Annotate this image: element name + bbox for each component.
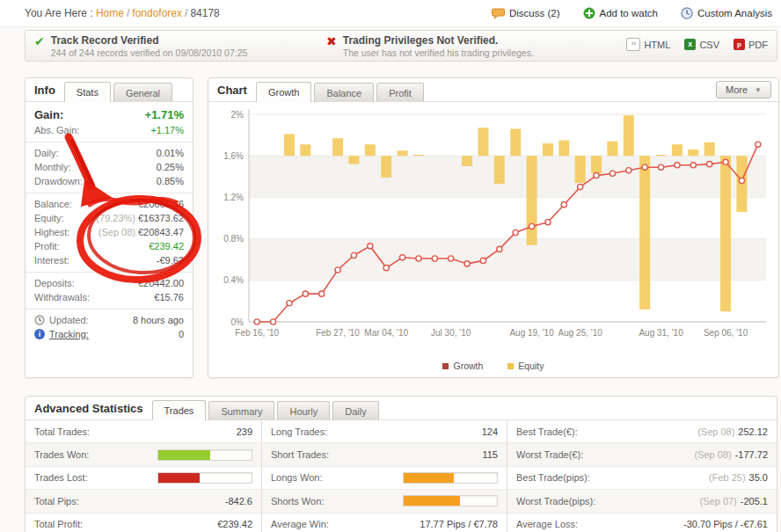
info-label: Daily: (34, 148, 59, 158)
svg-text:0%: 0% (231, 317, 245, 327)
info-row: Monthly:0.25% (26, 160, 193, 174)
stat-label: Longs Won: (271, 472, 323, 483)
info-label[interactable]: Tracking: (49, 329, 89, 339)
stat-label: Average Loss: (516, 519, 578, 529)
info-value: +1.71% (145, 108, 184, 121)
tab-general[interactable]: General (113, 83, 172, 102)
info-row: Abs. Gain:+1.17% (26, 123, 193, 137)
stat-value: -30.70 Pips / -€7.61 (683, 519, 768, 529)
tab-balance[interactable]: Balance (314, 83, 374, 102)
discuss-icon (492, 8, 505, 19)
divider (26, 193, 193, 193)
info-value: 0 (179, 329, 184, 339)
discuss-button[interactable]: Discuss (2) (492, 8, 560, 19)
stat-value: (Feb 25)35.0 (709, 472, 768, 483)
info-value: €20442.00 (138, 278, 184, 288)
info-label: Monthly: (34, 162, 71, 172)
svg-text:Feb 16, '10: Feb 16, '10 (235, 328, 279, 338)
info-label: Updated: (49, 315, 89, 325)
more-button[interactable]: More▼ (716, 81, 771, 98)
stat-label: Worst Trade(pips): (516, 496, 595, 506)
divider (26, 272, 193, 273)
chart-panel: Chart Growth Balance Profit More▼ 0%0.4%… (208, 77, 779, 378)
priv-subtitle: The user has not verified his trading pr… (343, 47, 534, 58)
info-label: Highest: (34, 227, 69, 237)
info-value: 0.85% (157, 176, 184, 186)
export-pdf-button[interactable]: pPDF (734, 39, 768, 50)
growth-equity-chart: 0%0.4%0.8%1.2%1.6%2%Feb 16, '10Feb 27, '… (208, 102, 778, 359)
export-csv-button[interactable]: xCSV (684, 39, 719, 50)
info-value: 0.25% (157, 162, 184, 172)
tab-trades[interactable]: Trades (152, 400, 207, 420)
plus-icon (583, 7, 595, 19)
track-record-verified: ✔ Track Record Verified 244 of 244 recor… (34, 34, 247, 58)
info-value: €15.76 (154, 292, 184, 302)
stat-value: 124 (482, 426, 498, 437)
advanced-statistics-panel: Advanced Statistics Trades Summary Hourl… (25, 396, 777, 532)
chart-panel-title: Chart (217, 84, 256, 101)
add-to-watch-button[interactable]: Add to watch (583, 7, 658, 19)
x-icon: ✖ (326, 34, 337, 58)
advanced-column-2: Long Trades:124Short Trades:115Longs Won… (261, 420, 507, 532)
breadcrumb-current: 84178 (190, 7, 219, 19)
stat-label: Shorts Won: (271, 496, 324, 506)
svg-text:Aug 31, '10: Aug 31, '10 (639, 328, 683, 338)
stat-row: Short Trades:115 (262, 442, 507, 465)
stat-row: Total Profit:€239.42 (26, 513, 261, 532)
svg-text:Aug 25, '10: Aug 25, '10 (558, 328, 603, 338)
info-label: Drawdown: (34, 176, 83, 186)
export-html-button[interactable]: ‹›HTML (626, 38, 670, 51)
stat-value: 17.77 Pips / €7.78 (420, 519, 498, 529)
info-label: Deposits: (34, 278, 75, 288)
info-label: Gain: (34, 108, 63, 121)
stat-label: Total Pips: (34, 496, 79, 506)
tab-daily[interactable]: Daily (332, 401, 378, 420)
svg-text:1.2%: 1.2% (223, 193, 244, 202)
stat-row: Shorts Won: (262, 489, 507, 512)
svg-text:i: i (39, 330, 41, 339)
tab-summary[interactable]: Summary (208, 401, 274, 420)
pdf-icon: p (734, 39, 745, 50)
stat-label: Total Profit: (34, 519, 83, 529)
advanced-tabs: Advanced Statistics Trades Summary Hourl… (26, 397, 777, 420)
info-value: 0.01% (157, 148, 184, 158)
svg-text:Feb 27, '10: Feb 27, '10 (316, 328, 360, 338)
svg-text:Sep 06, '10: Sep 06, '10 (704, 328, 748, 338)
stat-row: Long Trades:124 (262, 420, 507, 442)
tab-profit[interactable]: Profit (376, 83, 424, 102)
analysis-clock-icon (681, 7, 693, 19)
stat-row: Average Loss:-30.70 Pips / -€7.61 (507, 513, 777, 532)
stat-label: Total Trades: (34, 426, 90, 437)
stat-label: Worst Trade(€): (516, 449, 583, 460)
breadcrumb-user-link[interactable]: fondoforex (132, 7, 182, 19)
tab-hourly[interactable]: Hourly (277, 401, 330, 420)
verification-bar: ✔ Track Record Verified 244 of 244 recor… (25, 30, 777, 62)
tab-growth[interactable]: Growth (256, 82, 311, 102)
breadcrumb-home-link[interactable]: Home (96, 7, 124, 19)
tab-stats[interactable]: Stats (64, 82, 111, 102)
info-row: Gain:+1.71% (26, 102, 193, 123)
check-icon: ✔ (34, 34, 45, 58)
custom-analysis-button[interactable]: Custom Analysis (681, 7, 772, 19)
svg-text:0.8%: 0.8% (223, 234, 244, 244)
stat-row: Average Win:17.77 Pips / €7.78 (262, 513, 507, 532)
svg-text:Mar 04, '10: Mar 04, '10 (364, 328, 408, 338)
record-subtitle: 244 of 244 records verified on 09/08/201… (51, 47, 248, 58)
export-buttons: ‹›HTML xCSV pPDF (626, 38, 768, 51)
svg-text:2%: 2% (231, 110, 245, 120)
advanced-column-1: Total Trades:239Trades Won:Trades Lost:T… (26, 420, 261, 532)
progress-bar-fill (404, 496, 460, 506)
svg-text:Aug 19, '10: Aug 19, '10 (509, 328, 554, 338)
progress-bar-track (403, 472, 498, 484)
stat-label: Short Trades: (271, 449, 329, 460)
stat-value: -842.6 (225, 496, 252, 506)
stat-row: Worst Trade(€):(Sep 08)-177.72 (507, 442, 777, 465)
progress-bar-fill (158, 450, 210, 460)
info-row: Profit:€239.42 (26, 239, 193, 253)
svg-text:1.6%: 1.6% (223, 151, 244, 161)
info-label: Interest: (34, 255, 69, 266)
info-label: Balance: (34, 199, 72, 209)
stat-value: 239 (237, 426, 252, 437)
legend-item-equity: Equity (507, 361, 544, 371)
stat-label: Trades Lost: (34, 472, 88, 483)
